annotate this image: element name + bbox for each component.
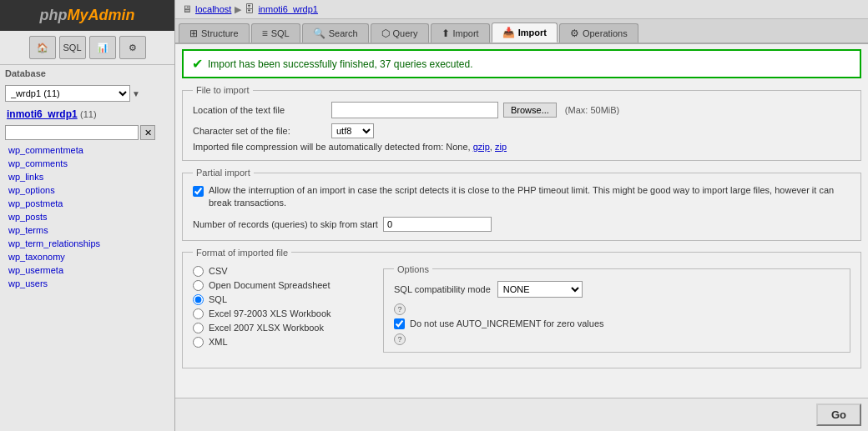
tab-query[interactable]: ⬡ Query (371, 23, 429, 43)
tab-structure-label: Structure (201, 28, 239, 38)
list-item[interactable]: wp_commentmeta (0, 143, 174, 157)
format-xls-label: Excel 97-2003 XLS Workbook (209, 308, 331, 318)
format-csv: CSV (193, 264, 376, 278)
tab-search[interactable]: 🔍 Search (302, 23, 369, 43)
format-csv-radio[interactable] (193, 266, 204, 277)
breadcrumb-db[interactable]: inmoti6_wrdp1 (258, 4, 318, 14)
format-xlsx: Excel 2007 XLSX Workbook (193, 321, 376, 335)
status-icon-btn[interactable]: 📊 (89, 36, 116, 59)
list-item[interactable]: wp_postmeta (0, 197, 174, 210)
auto-inc-checkbox[interactable] (394, 318, 405, 329)
format-sql-radio[interactable] (193, 294, 204, 305)
sql-tab-icon: ≡ (262, 28, 268, 39)
tab-import[interactable]: 📥 Import (492, 23, 558, 43)
format-xml-label: XML (209, 337, 228, 347)
db-icon: 🗄 (245, 3, 255, 15)
skip-input[interactable] (383, 217, 492, 232)
format-ods-radio[interactable] (193, 280, 204, 291)
active-db-count: (11) (80, 109, 97, 119)
operations-tab-icon: ⚙ (570, 28, 579, 39)
active-db-link[interactable]: inmoti6_wrdp1 (7, 108, 78, 120)
table-list: wp_commentmeta wp_comments wp_links wp_o… (0, 142, 174, 431)
charset-row: Character set of the file: utf8 latin1 a… (193, 123, 850, 138)
file-import-legend: File to import (193, 85, 253, 95)
partial-import-row: Allow the interruption of an import in c… (193, 184, 850, 210)
list-item[interactable]: wp_usermeta (0, 263, 174, 277)
logo-myadmin: MyAdmin (68, 7, 135, 23)
max-size-label: (Max: 50MiB) (565, 105, 619, 115)
help-icon-1[interactable]: ? (394, 303, 406, 315)
import-in-tab-icon: ⬆ (442, 28, 450, 39)
tab-import-in[interactable]: ⬆ Import (431, 23, 490, 43)
partial-import-text: Allow the interruption of an import in c… (209, 184, 850, 210)
tab-operations-label: Operations (583, 28, 628, 38)
table-search-wrap: ✕ (0, 123, 174, 142)
options-section: Options SQL compatibility mode NONE ANSI… (383, 264, 850, 353)
tab-operations[interactable]: ⚙ Operations (559, 23, 638, 43)
breadcrumb-server[interactable]: localhost (195, 4, 231, 14)
format-sql: SQL (193, 293, 376, 307)
tab-sql-label: SQL (271, 28, 290, 38)
list-item[interactable]: wp_options (0, 183, 174, 197)
logo-php: php (40, 7, 68, 23)
sql-compat-select[interactable]: NONE ANSI DB2 MAXDB MYSQL323 MYSQL40 MSS… (497, 281, 583, 298)
partial-import-checkbox[interactable] (193, 186, 204, 197)
charset-select[interactable]: utf8 latin1 ascii (331, 123, 374, 138)
tab-search-label: Search (329, 28, 358, 38)
format-sql-label: SQL (209, 294, 227, 304)
skip-label: Number of records (queries) to skip from… (193, 219, 378, 229)
format-xml: XML (193, 335, 376, 349)
db-select-arrow[interactable]: ▼ (132, 89, 140, 98)
breadcrumb-sep1: ▶ (235, 4, 241, 15)
sql-compat-row: SQL compatibility mode NONE ANSI DB2 MAX… (394, 281, 840, 298)
compression-none: None (446, 142, 467, 152)
format-xls: Excel 97-2003 XLS Workbook (193, 307, 376, 321)
settings-icon-btn[interactable]: ⚙ (119, 36, 146, 59)
table-search-input[interactable] (5, 125, 139, 140)
home-icon-btn[interactable]: 🏠 (29, 36, 56, 59)
sql-compat-label: SQL compatibility mode (394, 284, 491, 294)
go-button[interactable]: Go (816, 403, 861, 426)
options-legend: Options (394, 264, 432, 274)
format-xls-radio[interactable] (193, 308, 204, 319)
import-tab-icon: 📥 (502, 27, 515, 38)
sql-icon-btn[interactable]: SQL (59, 36, 86, 59)
file-import-section: File to import Location of the text file… (182, 85, 861, 161)
tab-sql[interactable]: ≡ SQL (251, 23, 300, 43)
format-options-wrap: CSV Open Document Spreadsheet SQL E (193, 264, 850, 359)
browse-button[interactable]: Browse... (503, 103, 557, 118)
search-clear-btn[interactable]: ✕ (140, 125, 155, 140)
list-item[interactable]: wp_taxonomy (0, 250, 174, 263)
tab-import-in-label: Import (453, 28, 479, 38)
file-location-row: Location of the text file Browse... (Max… (193, 102, 850, 118)
list-item[interactable]: wp_term_relationships (0, 237, 174, 250)
tab-import-label: Import (518, 28, 547, 38)
help-icon-2[interactable]: ? (394, 333, 406, 345)
list-item[interactable]: wp_comments (0, 157, 174, 170)
database-select[interactable]: _wrdp1 (11) (5, 85, 130, 102)
sidebar-icon-bar: 🏠 SQL 📊 ⚙ (0, 31, 174, 65)
format-xlsx-radio[interactable] (193, 323, 204, 333)
breadcrumb: 🖥 localhost ▶ 🗄 inmoti6_wrdp1 (175, 0, 868, 19)
tab-structure[interactable]: ⊞ Structure (179, 23, 250, 43)
success-text: Import has been successfully finished, 3… (208, 58, 473, 70)
compression-gzip[interactable]: gzip (473, 142, 490, 152)
main-content: 🖥 localhost ▶ 🗄 inmoti6_wrdp1 ⊞ Structur… (175, 0, 868, 431)
format-list: CSV Open Document Spreadsheet SQL E (193, 264, 376, 359)
list-item[interactable]: wp_links (0, 170, 174, 183)
format-csv-label: CSV (209, 266, 228, 276)
partial-import-section: Partial import Allow the interruption of… (182, 168, 861, 241)
file-location-input[interactable] (331, 102, 498, 118)
format-xml-radio[interactable] (193, 337, 204, 348)
tabs-bar: ⊞ Structure ≡ SQL 🔍 Search ⬡ Query ⬆ Imp… (175, 19, 868, 44)
format-legend: Format of imported file (193, 248, 291, 258)
list-item[interactable]: wp_users (0, 277, 174, 290)
active-db: inmoti6_wrdp1 (11) (0, 105, 174, 123)
list-item[interactable]: wp_posts (0, 210, 174, 223)
format-section: Format of imported file CSV Open Documen… (182, 248, 861, 368)
database-select-wrap: _wrdp1 (11) ▼ (0, 82, 174, 105)
auto-inc-row: Do not use AUTO_INCREMENT for zero value… (394, 318, 840, 329)
compression-zip[interactable]: zip (495, 142, 507, 152)
list-item[interactable]: wp_terms (0, 223, 174, 237)
success-icon: ✔ (192, 56, 203, 72)
